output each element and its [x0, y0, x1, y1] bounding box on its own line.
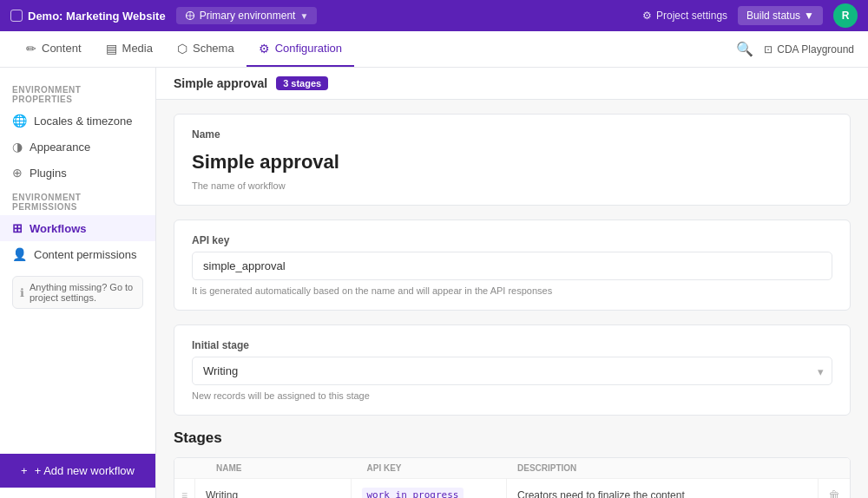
initial-stage-label: Initial stage: [192, 339, 832, 351]
env-permissions-label: Environment permissions: [0, 186, 155, 215]
tab-content[interactable]: ✏ Content: [14, 31, 94, 67]
tab-media[interactable]: ▤ Media: [94, 31, 165, 67]
chevron-down-icon: ▼: [299, 11, 308, 21]
workflow-title: Simple approval: [174, 76, 267, 90]
sidebar-item-appearance[interactable]: ◑ Appearance: [0, 134, 155, 160]
missing-link[interactable]: ℹ Anything missing? Go to project settin…: [12, 276, 143, 309]
main-content: Simple approval 3 stages Name Simple app…: [156, 68, 868, 498]
api-key-hint: It is generated automatically based on t…: [192, 285, 832, 296]
nav-tabs: ✏ Content ▤ Media ⬡ Schema ⚙ Configurati…: [14, 31, 354, 67]
project-name: Demo: Marketing Website: [10, 10, 166, 23]
api-key-label: API key: [192, 234, 832, 246]
sidebar-item-workflows[interactable]: ⊞ Workflows: [0, 215, 155, 241]
trash-icon[interactable]: 🗑: [829, 488, 839, 499]
initial-stage-section: Initial stage Writing In review Approved…: [174, 324, 851, 416]
initial-stage-hint: New records will be assigned to this sta…: [192, 390, 832, 401]
environment-selector[interactable]: Primary environment ▼: [176, 7, 318, 24]
name-section: Name Simple approval The name of workflo…: [174, 114, 851, 206]
sidebar-bottom: ℹ Anything missing? Go to project settin…: [0, 267, 155, 318]
media-icon: ▤: [106, 42, 117, 56]
top-bar: Demo: Marketing Website Primary environm…: [0, 0, 868, 31]
stages-title: Stages: [174, 429, 851, 447]
cda-icon: ⊡: [764, 43, 773, 56]
configuration-icon: ⚙: [259, 42, 270, 56]
stage-name-1: Writing: [195, 479, 352, 498]
stages-section: Stages Name API key Description ≡ Writin…: [174, 429, 851, 498]
name-hint: The name of workflow: [192, 180, 832, 191]
info-icon: ℹ: [20, 286, 24, 299]
avatar[interactable]: R: [833, 3, 858, 28]
workflows-icon: ⊞: [12, 221, 23, 235]
project-icon: [10, 10, 23, 22]
permissions-icon: 👤: [12, 247, 27, 261]
settings-icon: ⚙: [642, 10, 652, 22]
environment-icon: [185, 10, 195, 21]
build-status-button[interactable]: Build status ▼: [738, 6, 823, 25]
sidebar-content: Environment properties 🌐 Locales & timez…: [0, 78, 155, 318]
sidebar: Environment properties 🌐 Locales & timez…: [0, 68, 156, 498]
project-settings-button[interactable]: ⚙ Project settings: [642, 10, 727, 22]
nav-bar: ✏ Content ▤ Media ⬡ Schema ⚙ Configurati…: [0, 31, 868, 68]
stage-api-key-1: work_in_progress: [352, 479, 508, 498]
cda-playground-button[interactable]: ⊡ CDA Playground: [764, 43, 854, 56]
schema-icon: ⬡: [177, 42, 187, 56]
layout: Environment properties 🌐 Locales & timez…: [0, 68, 868, 498]
plugins-icon: ⊕: [12, 166, 23, 180]
initial-stage-select[interactable]: Writing In review Approved: [192, 357, 832, 385]
api-key-section: API key It is generated automatically ba…: [174, 220, 851, 311]
delete-stage-1[interactable]: 🗑: [819, 479, 850, 498]
content-icon: ✏: [26, 42, 36, 56]
workflow-header: Simple approval 3 stages: [156, 68, 868, 100]
tab-schema[interactable]: ⬡ Schema: [165, 31, 247, 67]
stage-header-1: Name API key Description: [174, 458, 850, 479]
sidebar-item-content-permissions[interactable]: 👤 Content permissions: [0, 241, 155, 267]
globe-icon: 🌐: [12, 114, 27, 128]
top-bar-left: Demo: Marketing Website Primary environm…: [10, 7, 317, 24]
plus-icon: +: [21, 464, 28, 477]
search-button[interactable]: 🔍: [736, 41, 753, 57]
stages-badge: 3 stages: [276, 76, 328, 90]
appearance-icon: ◑: [12, 140, 23, 154]
name-label: Name: [192, 128, 832, 141]
name-display: Simple approval: [192, 146, 832, 175]
initial-stage-select-wrapper: Writing In review Approved ▾: [192, 357, 832, 385]
chevron-down-icon: ▼: [804, 10, 814, 22]
sidebar-item-locales[interactable]: 🌐 Locales & timezone: [0, 108, 155, 134]
api-key-input[interactable]: [192, 252, 832, 280]
nav-right: 🔍 ⊡ CDA Playground: [736, 41, 854, 57]
env-properties-label: Environment properties: [0, 78, 155, 108]
stage-data-1: ≡ Writing work_in_progress Creators need…: [174, 479, 850, 498]
drag-handle[interactable]: ≡: [174, 479, 195, 498]
sidebar-item-plugins[interactable]: ⊕ Plugins: [0, 160, 155, 186]
stage-description-1: Creators need to finalize the content: [507, 479, 819, 498]
add-workflow-button[interactable]: + + Add new workflow: [0, 454, 155, 488]
stage-row: Name API key Description ≡ Writing work_…: [174, 457, 851, 498]
top-bar-right: ⚙ Project settings Build status ▼ R: [642, 3, 858, 28]
tab-configuration[interactable]: ⚙ Configuration: [247, 31, 354, 67]
